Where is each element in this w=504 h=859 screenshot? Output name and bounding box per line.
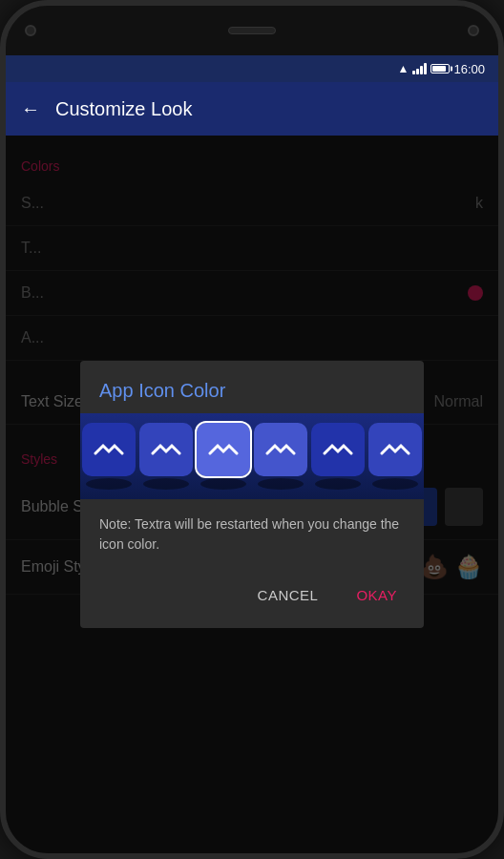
back-button[interactable]: ←: [21, 98, 40, 120]
wifi-icon: ▲: [398, 62, 410, 75]
speaker: [228, 27, 276, 34]
signal-icon: [412, 63, 427, 74]
icon-item-selected[interactable]: [197, 423, 250, 490]
icon-color-strip: [80, 413, 424, 499]
page-title: Customize Look: [55, 98, 192, 120]
dialog-overlay: App Icon Color: [6, 136, 498, 853]
front-sensor: [468, 25, 479, 36]
phone-notch: [6, 6, 498, 55]
battery-icon: [430, 64, 450, 73]
icon-item-5[interactable]: [311, 423, 365, 490]
phone-frame: ▲ 16:00 ← Customize Look Colors S.: [0, 0, 504, 859]
icon-item-4[interactable]: [254, 423, 307, 490]
status-bar: ▲ 16:00: [6, 55, 498, 82]
dialog-note: Note: Textra will be restarted when you …: [80, 499, 424, 570]
dialog-buttons: CANCEL OKAY: [80, 570, 424, 628]
time-display: 16:00: [453, 62, 485, 76]
app-icon-color-dialog: App Icon Color: [80, 361, 424, 628]
camera-dot: [25, 25, 36, 36]
dialog-title: App Icon Color: [80, 361, 424, 413]
app-content: Colors S... k T... B... A... Text Size N…: [6, 136, 498, 853]
icon-item-6[interactable]: [368, 423, 422, 490]
app-header: ← Customize Look: [6, 82, 498, 136]
status-icons: ▲ 16:00: [398, 62, 485, 76]
icon-row: [82, 423, 422, 490]
cancel-button[interactable]: CANCEL: [242, 577, 334, 613]
okay-button[interactable]: OKAY: [341, 577, 412, 613]
icon-item-2[interactable]: [139, 423, 193, 490]
icon-item-1[interactable]: [82, 423, 136, 490]
